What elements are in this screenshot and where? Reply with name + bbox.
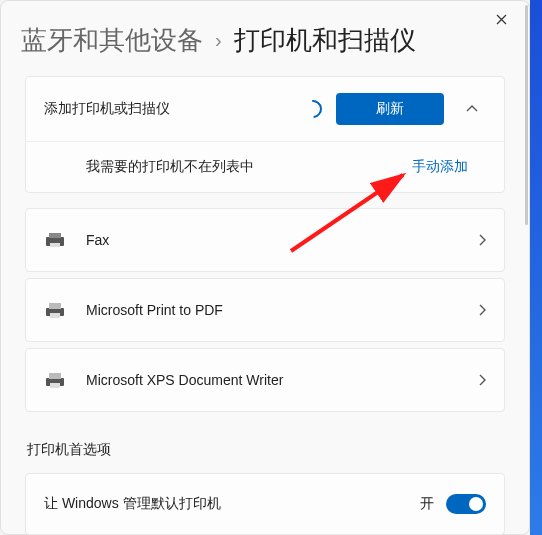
content-area: 添加打印机或扫描仪 刷新 我需要的打印机不在列表中 手动添加 Fax [1,76,529,535]
svg-rect-7 [49,373,61,379]
window-edge-accent [530,0,542,535]
printer-name: Fax [86,232,458,248]
chevron-right-icon [478,234,486,246]
default-printer-toggle-row: 让 Windows 管理默认打印机 开 [25,473,505,535]
printer-not-listed-row: 我需要的打印机不在列表中 手动添加 [26,141,504,192]
chevron-up-icon [466,105,478,113]
printer-item-fax[interactable]: Fax [25,208,505,272]
printer-name: Microsoft XPS Document Writer [86,372,458,388]
printer-item-xps[interactable]: Microsoft XPS Document Writer [25,348,505,412]
svg-rect-4 [49,303,61,309]
svg-rect-8 [50,383,60,388]
printer-not-listed-label: 我需要的打印机不在列表中 [86,158,412,176]
close-icon [496,14,507,25]
spacer [25,196,505,208]
chevron-right-icon: › [215,29,222,52]
preferences-heading: 打印机首选项 [25,415,505,473]
svg-rect-1 [49,233,61,238]
close-button[interactable] [481,5,521,33]
svg-rect-5 [50,313,60,318]
breadcrumb: 蓝牙和其他设备 › 打印机和扫描仪 [1,1,529,76]
chevron-right-icon [478,304,486,316]
add-printer-card: 添加打印机或扫描仪 刷新 我需要的打印机不在列表中 手动添加 [25,76,505,193]
printer-name: Microsoft Print to PDF [86,302,458,318]
manual-add-link[interactable]: 手动添加 [412,158,468,176]
add-printer-row: 添加打印机或扫描仪 刷新 [26,77,504,141]
collapse-button[interactable] [458,95,486,123]
refresh-button[interactable]: 刷新 [336,93,444,125]
fax-icon [44,231,66,249]
scrollbar[interactable] [525,5,528,225]
svg-rect-2 [50,243,60,247]
add-printer-label: 添加打印机或扫描仪 [44,100,290,118]
printer-icon [44,301,66,319]
breadcrumb-current: 打印机和扫描仪 [234,23,416,58]
settings-window: 蓝牙和其他设备 › 打印机和扫描仪 添加打印机或扫描仪 刷新 我需要的打印机不在… [0,0,530,535]
printer-item-pdf[interactable]: Microsoft Print to PDF [25,278,505,342]
toggle-state-text: 开 [420,495,434,513]
printer-icon [44,371,66,389]
default-printer-toggle-label: 让 Windows 管理默认打印机 [44,495,420,513]
chevron-right-icon [478,374,486,386]
loading-spinner-icon [300,96,325,121]
default-printer-toggle[interactable] [446,494,486,514]
breadcrumb-parent[interactable]: 蓝牙和其他设备 [21,23,203,58]
